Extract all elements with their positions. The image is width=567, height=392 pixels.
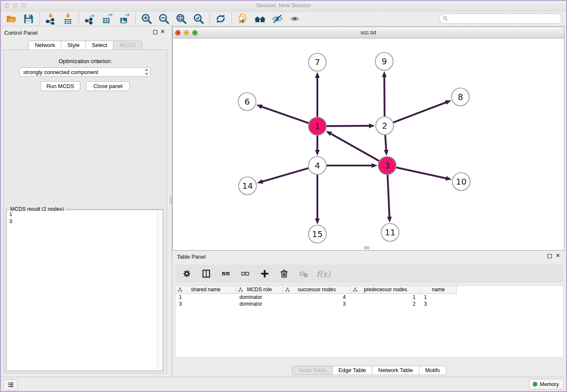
- graph-node[interactable]: 1: [308, 117, 326, 135]
- close-table-panel-icon[interactable]: ✕: [556, 252, 560, 259]
- graph-edge[interactable]: [327, 124, 375, 128]
- export-network-icon: [84, 13, 96, 25]
- table-cell: 2: [351, 301, 421, 307]
- graph-edge[interactable]: [315, 175, 320, 224]
- graph-edge[interactable]: [256, 105, 309, 123]
- tab-edge-table[interactable]: Edge Table: [332, 366, 372, 375]
- graph-node[interactable]: 10: [452, 173, 470, 190]
- function-builder-button[interactable]: f(x): [317, 269, 330, 279]
- zoom-out-button[interactable]: [155, 12, 173, 26]
- tab-mcds[interactable]: MCDS: [113, 41, 142, 50]
- graph-node[interactable]: 2: [376, 117, 394, 135]
- graph-edge[interactable]: [257, 168, 308, 184]
- graph-node-label: 14: [242, 181, 253, 191]
- network-window-titlebar[interactable]: ✕ − + scc.txt: [173, 27, 564, 39]
- zoom-selected-button[interactable]: [190, 12, 207, 26]
- window-title: Session: New Session: [0, 2, 567, 8]
- import-network-icon: [45, 13, 56, 25]
- add-column-button[interactable]: [258, 268, 271, 280]
- search-input[interactable]: [449, 16, 561, 22]
- deselect-all-button[interactable]: [239, 268, 251, 280]
- graph-node[interactable]: 11: [381, 224, 399, 241]
- splitter-handle[interactable]: [170, 197, 172, 204]
- tab-style[interactable]: Style: [61, 41, 86, 50]
- tab-motifs[interactable]: Motifs: [419, 366, 446, 375]
- graph-edge[interactable]: [315, 72, 320, 117]
- float-panel-icon[interactable]: [153, 30, 157, 34]
- graph-node[interactable]: 8: [451, 88, 469, 106]
- home-button[interactable]: [251, 12, 269, 26]
- network-graph-svg[interactable]: 7968124314101511: [173, 39, 564, 250]
- tab-network-table[interactable]: Network Table: [372, 366, 419, 375]
- graph-node-label: 11: [385, 227, 395, 237]
- graph-edge[interactable]: [396, 168, 451, 181]
- column-header[interactable]: MCDS role: [236, 286, 283, 294]
- zoom-in-button[interactable]: [138, 12, 155, 26]
- graph-node[interactable]: 9: [375, 52, 393, 70]
- task-history-button[interactable]: [3, 379, 18, 390]
- graph-edge[interactable]: [382, 71, 387, 116]
- graph-edge[interactable]: [315, 135, 320, 156]
- close-panel-button[interactable]: Close panel: [86, 81, 130, 91]
- column-header[interactable]: name: [421, 286, 457, 294]
- graph-node[interactable]: 3: [378, 157, 396, 174]
- hierarchy-icon: [285, 287, 290, 292]
- window-titlebar: Session: New Session: [0, 0, 567, 11]
- import-network-button[interactable]: [42, 12, 59, 26]
- criterion-dropdown[interactable]: strongly connected component: [19, 67, 151, 77]
- graph-node-label: 10: [456, 177, 466, 187]
- table-options-gear-button[interactable]: [180, 268, 193, 280]
- control-panel: Control Panel ✕ Network Style Select MCD…: [1, 26, 170, 377]
- graph-node[interactable]: 4: [308, 157, 326, 174]
- zoom-fit-button[interactable]: [173, 12, 190, 26]
- export-table-button[interactable]: [99, 12, 116, 26]
- open-file-button[interactable]: [3, 12, 20, 26]
- result-scrollbar[interactable]: [157, 211, 162, 370]
- hide-eye-button[interactable]: [269, 12, 286, 26]
- show-eye-button[interactable]: [286, 12, 303, 26]
- save-session-button[interactable]: [20, 12, 37, 26]
- mcds-result-lines[interactable]: 13: [7, 211, 157, 370]
- toolbar-separator: [135, 12, 136, 25]
- graph-node[interactable]: 14: [239, 177, 256, 195]
- column-visibility-button[interactable]: [200, 268, 212, 280]
- graph-node-label: 6: [245, 97, 250, 107]
- column-header[interactable]: successor nodes: [283, 286, 351, 294]
- column-header[interactable]: shared name: [176, 286, 236, 294]
- graph-edge[interactable]: [384, 135, 388, 156]
- open-file-icon: [6, 13, 17, 25]
- table-cell: 4: [283, 294, 351, 301]
- duplicate-network-button[interactable]: [234, 12, 251, 26]
- import-table-button[interactable]: [59, 12, 77, 26]
- delete-column-button[interactable]: [278, 268, 290, 280]
- table-row[interactable]: 1dominator411: [176, 294, 563, 301]
- memory-button[interactable]: Memory: [529, 379, 564, 389]
- graph-node[interactable]: 7: [308, 53, 326, 71]
- table-cell: 1: [351, 294, 421, 301]
- tab-node-table[interactable]: Node Table: [292, 366, 333, 375]
- select-all-button[interactable]: [219, 268, 232, 280]
- column-header[interactable]: predecessor nodes: [351, 286, 421, 294]
- refresh-view-button[interactable]: [212, 12, 229, 26]
- export-network-button[interactable]: [81, 12, 99, 26]
- graph-node[interactable]: 15: [308, 225, 326, 243]
- table-header-row: shared nameMCDS rolesuccessor nodesprede…: [176, 286, 563, 294]
- graph-edge[interactable]: [394, 100, 451, 122]
- table-cell: 3: [176, 301, 236, 307]
- export-image-button[interactable]: [116, 12, 133, 26]
- tab-network[interactable]: Network: [28, 41, 61, 50]
- close-panel-icon[interactable]: ✕: [160, 28, 165, 35]
- float-table-panel-icon[interactable]: [548, 254, 552, 258]
- graph-edge[interactable]: [327, 163, 377, 168]
- column-header-label: successor nodes: [297, 287, 336, 293]
- graph-node[interactable]: 6: [238, 93, 256, 110]
- table-row[interactable]: 3dominator323: [176, 301, 563, 307]
- run-mcds-button[interactable]: Run MCDS: [40, 81, 80, 91]
- graph-edge[interactable]: [326, 131, 379, 161]
- delete-table-button[interactable]: [297, 268, 310, 280]
- show-eye-icon: [289, 13, 300, 25]
- network-resize-handle[interactable]: [364, 246, 369, 249]
- graph-edge[interactable]: [387, 175, 392, 223]
- tab-select[interactable]: Select: [85, 41, 113, 50]
- node-table: shared nameMCDS rolesuccessor nodesprede…: [175, 285, 564, 358]
